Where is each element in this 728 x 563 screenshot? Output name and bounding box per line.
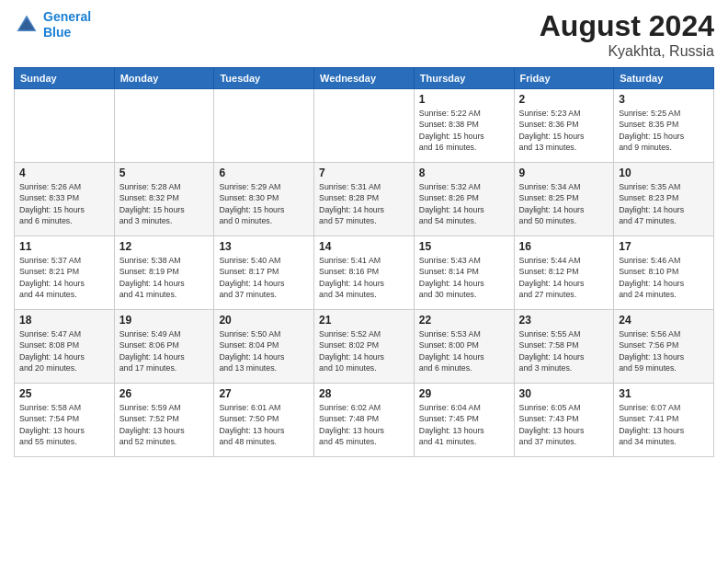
cell-w3-d5: 15Sunrise: 5:43 AMSunset: 8:14 PMDayligh…: [414, 236, 514, 310]
calendar-table: Sunday Monday Tuesday Wednesday Thursday…: [14, 67, 714, 457]
day-number: 19: [119, 314, 210, 327]
day-info: Sunrise: 5:32 AMSunset: 8:26 PMDaylight:…: [419, 181, 509, 226]
cell-w4-d7: 24Sunrise: 5:56 AMSunset: 7:56 PMDayligh…: [614, 310, 714, 384]
day-info: Sunrise: 5:58 AMSunset: 7:54 PMDaylight:…: [19, 402, 109, 447]
cell-w1-d3: [214, 89, 314, 163]
day-number: 31: [619, 387, 709, 400]
day-info: Sunrise: 5:49 AMSunset: 8:06 PMDaylight:…: [119, 328, 210, 373]
day-info: Sunrise: 5:44 AMSunset: 8:12 PMDaylight:…: [519, 255, 609, 300]
day-number: 27: [219, 387, 309, 400]
calendar-header-row: Sunday Monday Tuesday Wednesday Thursday…: [15, 68, 714, 89]
day-info: Sunrise: 5:26 AMSunset: 8:33 PMDaylight:…: [19, 181, 109, 226]
cell-w2-d6: 9Sunrise: 5:34 AMSunset: 8:25 PMDaylight…: [514, 163, 614, 236]
col-thursday: Thursday: [414, 68, 514, 89]
cell-w2-d2: 5Sunrise: 5:28 AMSunset: 8:32 PMDaylight…: [114, 163, 214, 236]
cell-w3-d7: 17Sunrise: 5:46 AMSunset: 8:10 PMDayligh…: [614, 236, 714, 310]
day-number: 11: [19, 240, 109, 253]
cell-w2-d7: 10Sunrise: 5:35 AMSunset: 8:23 PMDayligh…: [614, 163, 714, 236]
day-info: Sunrise: 5:55 AMSunset: 7:58 PMDaylight:…: [519, 328, 609, 373]
day-number: 22: [419, 314, 509, 327]
day-info: Sunrise: 5:59 AMSunset: 7:52 PMDaylight:…: [119, 402, 210, 447]
page-header: General Blue August 2024 Kyakhta, Russia: [14, 9, 714, 60]
day-number: 14: [319, 240, 409, 253]
cell-w1-d4: [314, 89, 415, 163]
day-info: Sunrise: 5:56 AMSunset: 7:56 PMDaylight:…: [619, 328, 709, 373]
day-info: Sunrise: 6:05 AMSunset: 7:43 PMDaylight:…: [519, 402, 609, 447]
day-number: 18: [19, 314, 109, 327]
day-info: Sunrise: 6:04 AMSunset: 7:45 PMDaylight:…: [419, 402, 509, 447]
cell-w4-d1: 18Sunrise: 5:47 AMSunset: 8:08 PMDayligh…: [15, 310, 115, 384]
cell-w1-d7: 3Sunrise: 5:25 AMSunset: 8:35 PMDaylight…: [614, 89, 714, 163]
cell-w1-d5: 1Sunrise: 5:22 AMSunset: 8:38 PMDaylight…: [414, 89, 514, 163]
month-year-title: August 2024: [540, 9, 714, 43]
week-row-4: 18Sunrise: 5:47 AMSunset: 8:08 PMDayligh…: [15, 310, 714, 384]
day-number: 24: [619, 314, 709, 327]
week-row-3: 11Sunrise: 5:37 AMSunset: 8:21 PMDayligh…: [15, 236, 714, 310]
day-info: Sunrise: 5:22 AMSunset: 8:38 PMDaylight:…: [419, 108, 509, 153]
cell-w5-d5: 29Sunrise: 6:04 AMSunset: 7:45 PMDayligh…: [414, 384, 514, 457]
day-number: 2: [519, 93, 609, 106]
cell-w4-d3: 20Sunrise: 5:50 AMSunset: 8:04 PMDayligh…: [214, 310, 314, 384]
day-info: Sunrise: 5:23 AMSunset: 8:36 PMDaylight:…: [519, 108, 609, 153]
col-tuesday: Tuesday: [214, 68, 314, 89]
cell-w5-d4: 28Sunrise: 6:02 AMSunset: 7:48 PMDayligh…: [314, 384, 415, 457]
logo: General Blue: [14, 9, 91, 40]
day-info: Sunrise: 5:25 AMSunset: 8:35 PMDaylight:…: [619, 108, 709, 153]
cell-w5-d7: 31Sunrise: 6:07 AMSunset: 7:41 PMDayligh…: [614, 384, 714, 457]
col-friday: Friday: [514, 68, 614, 89]
cell-w2-d5: 8Sunrise: 5:32 AMSunset: 8:26 PMDaylight…: [414, 163, 514, 236]
week-row-1: 1Sunrise: 5:22 AMSunset: 8:38 PMDaylight…: [15, 89, 714, 163]
day-info: Sunrise: 5:28 AMSunset: 8:32 PMDaylight:…: [119, 181, 210, 226]
day-number: 30: [519, 387, 609, 400]
week-row-5: 25Sunrise: 5:58 AMSunset: 7:54 PMDayligh…: [15, 384, 714, 457]
cell-w4-d2: 19Sunrise: 5:49 AMSunset: 8:06 PMDayligh…: [114, 310, 214, 384]
cell-w2-d1: 4Sunrise: 5:26 AMSunset: 8:33 PMDaylight…: [15, 163, 115, 236]
day-number: 6: [219, 167, 309, 179]
day-info: Sunrise: 5:35 AMSunset: 8:23 PMDaylight:…: [619, 181, 709, 226]
day-info: Sunrise: 5:41 AMSunset: 8:16 PMDaylight:…: [319, 255, 409, 300]
calendar-page: General Blue August 2024 Kyakhta, Russia…: [0, 0, 728, 563]
day-number: 29: [419, 387, 509, 400]
week-row-2: 4Sunrise: 5:26 AMSunset: 8:33 PMDaylight…: [15, 163, 714, 236]
cell-w5-d3: 27Sunrise: 6:01 AMSunset: 7:50 PMDayligh…: [214, 384, 314, 457]
cell-w1-d1: [15, 89, 115, 163]
day-info: Sunrise: 5:46 AMSunset: 8:10 PMDaylight:…: [619, 255, 709, 300]
day-number: 1: [419, 93, 509, 106]
day-info: Sunrise: 5:53 AMSunset: 8:00 PMDaylight:…: [419, 328, 509, 373]
day-info: Sunrise: 5:47 AMSunset: 8:08 PMDaylight:…: [19, 328, 109, 373]
cell-w5-d2: 26Sunrise: 5:59 AMSunset: 7:52 PMDayligh…: [114, 384, 214, 457]
day-info: Sunrise: 6:01 AMSunset: 7:50 PMDaylight:…: [219, 402, 309, 447]
day-info: Sunrise: 5:40 AMSunset: 8:17 PMDaylight:…: [219, 255, 309, 300]
logo-text: General Blue: [43, 9, 91, 40]
day-info: Sunrise: 5:38 AMSunset: 8:19 PMDaylight:…: [119, 255, 210, 300]
day-info: Sunrise: 5:52 AMSunset: 8:02 PMDaylight:…: [319, 328, 409, 373]
col-monday: Monday: [114, 68, 214, 89]
day-number: 17: [619, 240, 709, 253]
day-info: Sunrise: 5:31 AMSunset: 8:28 PMDaylight:…: [319, 181, 409, 226]
day-info: Sunrise: 5:43 AMSunset: 8:14 PMDaylight:…: [419, 255, 509, 300]
cell-w3-d2: 12Sunrise: 5:38 AMSunset: 8:19 PMDayligh…: [114, 236, 214, 310]
col-wednesday: Wednesday: [314, 68, 415, 89]
cell-w4-d5: 22Sunrise: 5:53 AMSunset: 8:00 PMDayligh…: [414, 310, 514, 384]
cell-w3-d6: 16Sunrise: 5:44 AMSunset: 8:12 PMDayligh…: [514, 236, 614, 310]
cell-w4-d4: 21Sunrise: 5:52 AMSunset: 8:02 PMDayligh…: [314, 310, 415, 384]
day-number: 8: [419, 167, 509, 179]
day-number: 16: [519, 240, 609, 253]
day-info: Sunrise: 5:50 AMSunset: 8:04 PMDaylight:…: [219, 328, 309, 373]
logo-line1: General: [43, 9, 91, 24]
day-number: 25: [19, 387, 109, 400]
day-number: 28: [319, 387, 409, 400]
day-number: 7: [319, 167, 409, 179]
day-number: 23: [519, 314, 609, 327]
day-number: 15: [419, 240, 509, 253]
day-info: Sunrise: 6:02 AMSunset: 7:48 PMDaylight:…: [319, 402, 409, 447]
day-number: 3: [619, 93, 709, 106]
day-number: 10: [619, 167, 709, 179]
logo-line2: Blue: [43, 25, 71, 40]
logo-icon: [14, 12, 40, 38]
cell-w1-d6: 2Sunrise: 5:23 AMSunset: 8:36 PMDaylight…: [514, 89, 614, 163]
cell-w5-d1: 25Sunrise: 5:58 AMSunset: 7:54 PMDayligh…: [15, 384, 115, 457]
col-saturday: Saturday: [614, 68, 714, 89]
cell-w2-d3: 6Sunrise: 5:29 AMSunset: 8:30 PMDaylight…: [214, 163, 314, 236]
day-number: 5: [119, 167, 210, 179]
